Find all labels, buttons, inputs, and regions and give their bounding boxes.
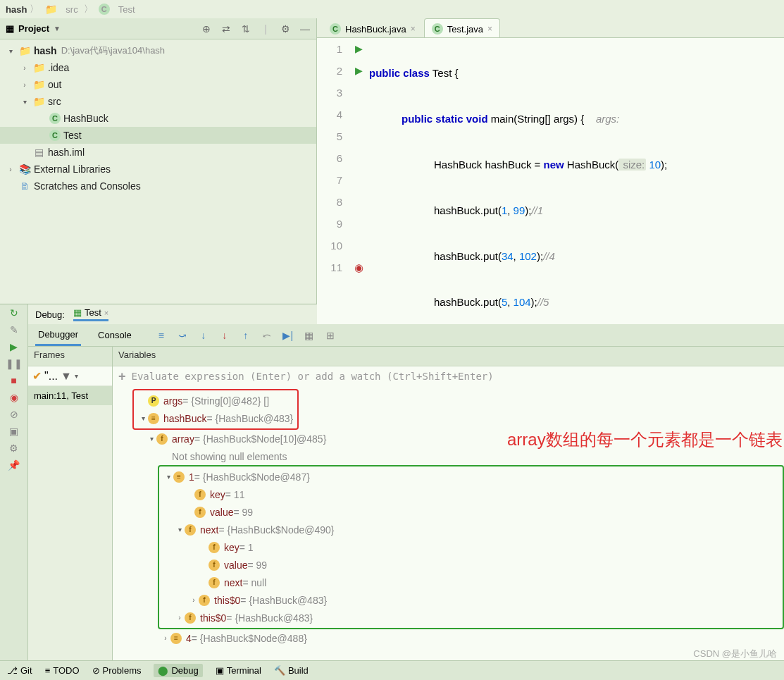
evaluate-row[interactable]: + Evaluate expression (Enter) or add a w… bbox=[113, 366, 784, 386]
tree-external[interactable]: ›📚External Libraries bbox=[0, 161, 316, 178]
var-val1[interactable]: fvalue = 99 bbox=[163, 503, 778, 521]
bottom-terminal[interactable]: ▣Terminal bbox=[216, 665, 261, 676]
var-this0a[interactable]: ›fthis$0 = {HashBuck@483} bbox=[163, 591, 778, 609]
var-this0b[interactable]: ›fthis$0 = {HashBuck@483} bbox=[163, 609, 778, 626]
divider-icon: | bbox=[260, 23, 271, 35]
target-icon[interactable]: ⊕ bbox=[201, 23, 212, 35]
var-val2[interactable]: fvalue = 99 bbox=[163, 556, 778, 574]
annotation-text: array数组的每一个元素都是一个链表 bbox=[507, 428, 783, 451]
tree-scratches[interactable]: 🗎Scratches and Consoles bbox=[0, 178, 316, 194]
crumb-test[interactable]: CTest bbox=[96, 4, 138, 15]
var-next1[interactable]: ▾fnext = {HashBuck$Node@490} bbox=[163, 521, 778, 538]
pin-icon[interactable]: 📌 bbox=[8, 459, 20, 471]
debug-panel: ↻ ✎ ▶ ❚❚ ■ ◉ ⊘ ▣ ⚙ 📌 Debug: ▦Test× Debug… bbox=[0, 304, 784, 662]
trace-icon[interactable]: ⊞ bbox=[325, 330, 336, 341]
bottom-debug[interactable]: ⬤Debug bbox=[154, 664, 202, 677]
debug-icon: ⬤ bbox=[158, 665, 168, 676]
variables-column: Variables + Evaluate expression (Enter) … bbox=[113, 347, 784, 662]
var-idx1[interactable]: ▾≡1 = {HashBuck$Node@487} bbox=[163, 468, 778, 486]
run-gutter-icon[interactable]: ▶ bbox=[348, 60, 369, 82]
chevron-down-icon[interactable]: ▼ bbox=[54, 25, 61, 32]
var-idx4[interactable]: ›≡4 = {HashBuck$Node@488} bbox=[132, 629, 784, 647]
rerun-icon[interactable]: ↻ bbox=[8, 307, 20, 319]
step-into-icon[interactable]: ↓ bbox=[198, 330, 209, 341]
class-icon: C bbox=[49, 130, 61, 141]
evaluate-icon[interactable]: ▦ bbox=[304, 330, 315, 341]
run-gutter-icon[interactable]: ▶ bbox=[348, 38, 369, 60]
bottom-git[interactable]: ⎇Git bbox=[7, 665, 32, 676]
debug-title: Debug: ▦Test× bbox=[28, 304, 784, 324]
terminal-icon: ▣ bbox=[216, 665, 224, 676]
src-folder-icon: 📁 bbox=[32, 95, 45, 108]
crumb-hash[interactable]: hash bbox=[6, 4, 27, 15]
run-to-cursor-icon[interactable]: ▶| bbox=[282, 330, 294, 341]
bottom-todo[interactable]: ≡TODO bbox=[45, 665, 80, 676]
step-over-icon[interactable]: ⤻ bbox=[177, 330, 188, 341]
folder-icon: 📁 bbox=[18, 44, 31, 57]
tab-console[interactable]: Console bbox=[95, 326, 135, 345]
settings-icon[interactable]: ⚙ bbox=[8, 443, 20, 454]
expand-icon[interactable]: ⇄ bbox=[220, 23, 232, 35]
project-tree: ▾📁hashD:\java代码\java104\hash ›📁.idea ›📁o… bbox=[0, 39, 316, 304]
view-breakpoints-icon[interactable]: ◉ bbox=[8, 392, 20, 403]
force-step-into-icon[interactable]: ↓ bbox=[219, 330, 230, 341]
tab-hashbuck[interactable]: CHashBuck.java× bbox=[323, 19, 423, 37]
gear-icon[interactable]: ⚙ bbox=[280, 23, 291, 35]
resume-icon[interactable]: ▶ bbox=[8, 341, 20, 352]
var-key1[interactable]: fkey = 11 bbox=[163, 486, 778, 503]
collapse-icon[interactable]: ⇅ bbox=[240, 23, 251, 35]
modify-icon[interactable]: ✎ bbox=[8, 324, 20, 335]
project-title: Project bbox=[18, 23, 49, 34]
todo-icon: ≡ bbox=[45, 665, 51, 676]
frame-main[interactable]: main:11, Test bbox=[28, 386, 112, 405]
tree-iml[interactable]: ▤hash.iml bbox=[0, 144, 316, 161]
git-icon: ⎇ bbox=[7, 665, 18, 676]
frames-header: Frames bbox=[28, 347, 112, 366]
debug-config-tab[interactable]: ▦Test× bbox=[73, 307, 108, 321]
debug-tabs: Debugger Console ≡ ⤻ ↓ ↓ ↑ ⤺ ▶| ▦ ⊞ bbox=[28, 324, 784, 347]
problems-icon: ⊘ bbox=[92, 665, 100, 676]
breakpoint-icon[interactable]: ◉ bbox=[348, 256, 369, 278]
editor-tabs: CHashBuck.java× CTest.java× bbox=[317, 18, 784, 37]
class-icon: C bbox=[330, 23, 341, 35]
folder-icon: 📁 bbox=[44, 3, 57, 16]
close-icon[interactable]: × bbox=[487, 24, 492, 34]
mute-breakpoints-icon[interactable]: ⊘ bbox=[8, 409, 20, 420]
frames-filter[interactable]: ✔"...▼▾ bbox=[28, 366, 112, 386]
var-next2[interactable]: fnext = null bbox=[163, 574, 778, 591]
variables-tree: Pargs = {String[0]@482} [] ▾≡hashBuck = … bbox=[113, 386, 784, 662]
tree-hashbuck[interactable]: C HashBuck bbox=[0, 110, 316, 127]
tree-out[interactable]: ›📁out bbox=[0, 76, 316, 93]
watermark: CSDN @是小鱼儿哈 bbox=[693, 648, 777, 660]
var-hashbuck[interactable]: ▾≡hashBuck = {HashBuck@483} bbox=[138, 409, 293, 427]
bottom-problems[interactable]: ⊘Problems bbox=[92, 665, 142, 676]
var-key2[interactable]: fkey = 1 bbox=[163, 538, 778, 556]
tree-src[interactable]: ▾📁src bbox=[0, 93, 316, 110]
pause-icon[interactable]: ❚❚ bbox=[8, 358, 20, 369]
folder-icon: 📁 bbox=[32, 61, 45, 74]
close-icon[interactable]: × bbox=[411, 24, 416, 34]
tree-test[interactable]: C Test bbox=[0, 127, 316, 144]
tab-debugger[interactable]: Debugger bbox=[35, 325, 81, 346]
tree-idea[interactable]: ›📁.idea bbox=[0, 59, 316, 76]
frames-column: Frames ✔"...▼▾ main:11, Test Switch fram… bbox=[28, 347, 113, 662]
bottom-build[interactable]: 🔨Build bbox=[274, 665, 309, 676]
plus-icon[interactable]: + bbox=[118, 369, 126, 384]
hide-icon[interactable]: — bbox=[299, 23, 311, 35]
var-args[interactable]: Pargs = {String[0]@482} [] bbox=[138, 392, 293, 409]
show-frames-icon[interactable]: ≡ bbox=[156, 330, 167, 341]
tree-root[interactable]: ▾📁hashD:\java代码\java104\hash bbox=[0, 42, 316, 59]
file-icon: ▤ bbox=[32, 146, 45, 159]
breadcrumb: hash〉 📁src〉 CTest bbox=[0, 0, 784, 18]
class-icon: C bbox=[432, 23, 443, 35]
stop-icon[interactable]: ■ bbox=[8, 375, 20, 386]
crumb-src[interactable]: 📁src bbox=[42, 3, 80, 16]
tab-test[interactable]: CTest.java× bbox=[424, 18, 500, 37]
chevron-down-icon[interactable]: ▾ bbox=[75, 372, 78, 380]
variables-header: Variables bbox=[113, 347, 784, 366]
step-out-icon[interactable]: ↑ bbox=[240, 330, 251, 341]
funnel-icon[interactable]: ▼ bbox=[61, 370, 72, 383]
drop-frame-icon[interactable]: ⤺ bbox=[261, 330, 273, 341]
class-icon: C bbox=[49, 113, 61, 124]
camera-icon[interactable]: ▣ bbox=[8, 426, 20, 437]
